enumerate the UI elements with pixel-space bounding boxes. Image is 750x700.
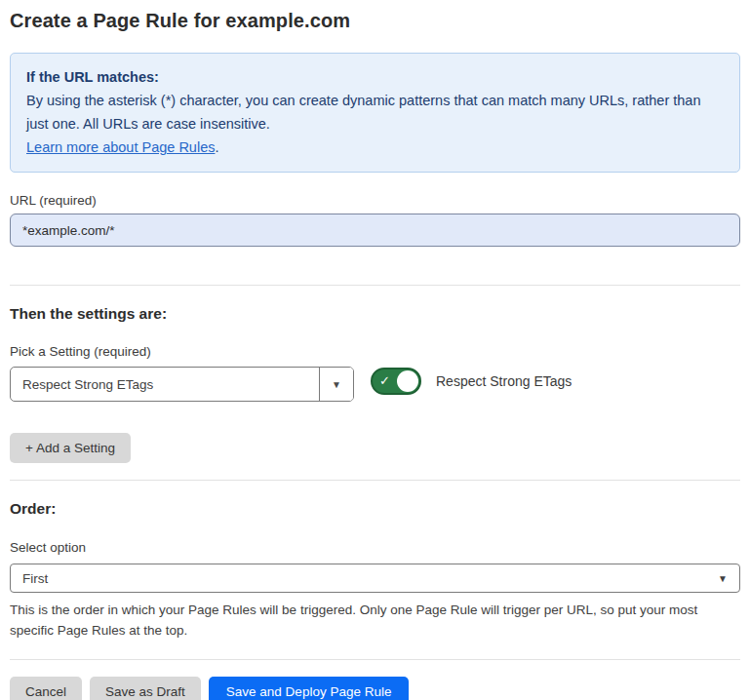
info-box-heading: If the URL matches: [26,65,724,89]
chevron-down-icon: ▼ [718,573,728,584]
page-title: Create a Page Rule for example.com [10,10,740,32]
check-icon: ✓ [379,374,390,387]
url-field-label: URL (required) [10,193,740,208]
setting-toggle-group: ✓ Respect Strong ETags [371,368,572,395]
section-divider [10,480,740,481]
info-box-body: By using the asterisk (*) character, you… [26,89,724,136]
order-select-value: First [22,571,48,586]
create-page-rule-form: Create a Page Rule for example.com If th… [0,0,750,700]
footer-actions: Cancel Save as Draft Save and Deploy Pag… [10,677,740,700]
save-draft-button[interactable]: Save as Draft [90,677,201,700]
respect-strong-etags-toggle[interactable]: ✓ [371,368,421,395]
pick-setting-label: Pick a Setting (required) [10,344,740,359]
toggle-label: Respect Strong ETags [436,373,572,389]
order-help-text: This is the order in which your Page Rul… [10,600,736,641]
cancel-button[interactable]: Cancel [10,677,82,700]
url-input[interactable] [10,214,740,247]
learn-more-link[interactable]: Learn more about Page Rules [26,139,215,155]
chevron-down-icon: ▼ [332,379,341,390]
footer-divider [10,659,740,660]
add-setting-button[interactable]: + Add a Setting [10,433,131,463]
setting-select-arrow-button[interactable]: ▼ [319,368,353,401]
section-divider [10,285,740,286]
order-section-heading: Order: [10,500,740,518]
settings-section-heading: Then the settings are: [10,305,740,323]
info-link-suffix: . [215,139,218,155]
info-link-line: Learn more about Page Rules. [26,136,724,159]
setting-picker-row: Respect Strong ETags ▼ ✓ Respect Strong … [10,367,740,402]
setting-select[interactable]: Respect Strong ETags ▼ [10,367,354,402]
order-select[interactable]: First ▼ [10,564,740,593]
toggle-knob [397,370,418,392]
setting-select-value: Respect Strong ETags [11,368,319,401]
order-select-label: Select option [10,540,740,555]
save-deploy-button[interactable]: Save and Deploy Page Rule [209,677,410,700]
url-match-info-box: If the URL matches: By using the asteris… [10,53,740,173]
